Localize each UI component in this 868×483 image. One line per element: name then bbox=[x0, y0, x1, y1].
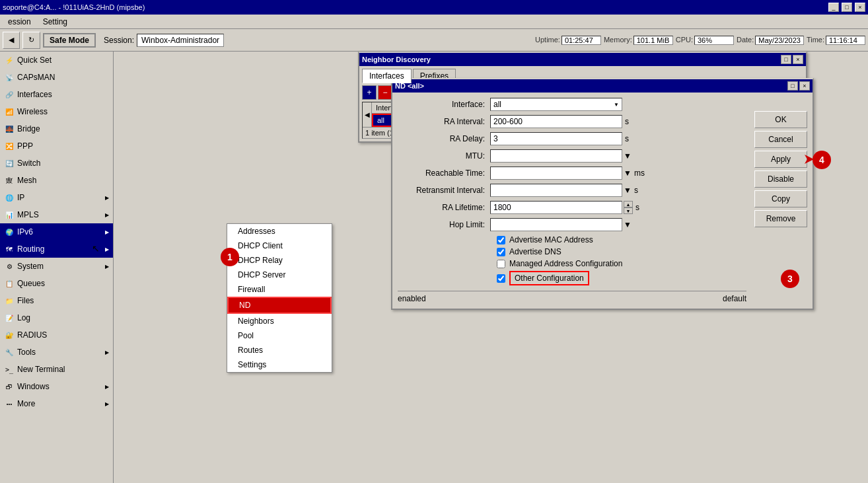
capsman-icon bbox=[4, 72, 15, 83]
sidebar-item-ppp[interactable]: PPP bbox=[0, 137, 113, 155]
ralifetime-down[interactable]: ▼ bbox=[624, 207, 633, 214]
submenu-settings[interactable]: Settings bbox=[227, 357, 332, 372]
sidebar-item-ip[interactable]: IP ▶ bbox=[0, 189, 113, 206]
uptime-value: 01:25:47 bbox=[561, 36, 601, 45]
submenu-dhcp-relay[interactable]: DHCP Relay bbox=[227, 253, 332, 268]
nd-cancel-btn[interactable]: Cancel bbox=[754, 131, 807, 148]
submenu-addresses[interactable]: Addresses bbox=[227, 224, 332, 239]
submenu-firewall[interactable]: Firewall bbox=[227, 282, 332, 297]
tab-interfaces[interactable]: Interfaces bbox=[362, 69, 412, 83]
sidebar-item-switch[interactable]: Switch bbox=[0, 155, 113, 172]
hoplimit-input[interactable] bbox=[490, 218, 622, 231]
toolbar: ◀ ↻ Safe Mode Session: Winbox-Administra… bbox=[0, 29, 868, 52]
sidebar-item-interfaces[interactable]: Interfaces bbox=[0, 86, 113, 103]
reachable-dropdown-arrow[interactable]: ▼ bbox=[624, 168, 632, 178]
sidebar-item-tools[interactable]: Tools ▶ bbox=[0, 344, 113, 361]
submenu-routes[interactable]: Routes bbox=[227, 343, 332, 357]
nd-dialog-title-bar[interactable]: ND <all> □ × bbox=[392, 79, 813, 93]
sidebar-item-mpls[interactable]: MPLS ▶ bbox=[0, 206, 113, 223]
refresh-button[interactable]: ↻ bbox=[22, 32, 40, 49]
time-label: Time: bbox=[807, 36, 824, 45]
checkbox-row-managed-addr: Managed Address Configuration bbox=[398, 259, 746, 268]
nd-ok-btn[interactable]: OK bbox=[754, 111, 807, 128]
ralifetime-up[interactable]: ▲ bbox=[624, 201, 633, 207]
log-icon bbox=[4, 313, 15, 323]
terminal-icon bbox=[4, 364, 15, 375]
maximize-button[interactable]: □ bbox=[842, 3, 852, 12]
submenu-neighbors[interactable]: Neighbors bbox=[227, 314, 332, 328]
nd-dialog-statusbar: enabled default bbox=[398, 291, 746, 303]
wireless-icon bbox=[4, 106, 15, 117]
nd-add-btn[interactable]: + bbox=[362, 85, 377, 100]
title-bar-controls[interactable]: _ □ × bbox=[828, 3, 865, 12]
radius-icon bbox=[4, 330, 15, 340]
sidebar-item-files[interactable]: Files bbox=[0, 292, 113, 309]
sidebar-item-capsman[interactable]: CAPsMAN bbox=[0, 69, 113, 86]
nd-dialog-controls[interactable]: □ × bbox=[787, 81, 810, 91]
mtu-input[interactable] bbox=[490, 149, 622, 163]
radelay-label: RA Delay: bbox=[398, 134, 490, 143]
sidebar-item-more[interactable]: More ▶ bbox=[0, 395, 113, 412]
advertise-mac-checkbox[interactable] bbox=[497, 236, 505, 244]
sidebar-item-mesh[interactable]: Mesh bbox=[0, 172, 113, 189]
sidebar-label-quickset: Quick Set bbox=[17, 56, 109, 65]
menu-setting[interactable]: Setting bbox=[38, 16, 73, 28]
nd-close-btn[interactable]: × bbox=[793, 55, 803, 64]
retransmit-dropdown-arrow[interactable]: ▼ bbox=[624, 186, 632, 195]
nd-window-title-bar[interactable]: Neighbor Discovery □ × bbox=[359, 53, 806, 66]
nd-remove-btn[interactable]: Remove bbox=[754, 210, 807, 227]
sidebar-item-quickset[interactable]: Quick Set bbox=[0, 52, 113, 69]
ralifetime-input[interactable] bbox=[490, 201, 622, 214]
sidebar-item-routing[interactable]: Routing ▶ ↖ bbox=[0, 241, 113, 258]
time-value: 11:16:14 bbox=[826, 36, 865, 45]
windows-icon bbox=[4, 381, 15, 392]
sidebar-label-bridge: Bridge bbox=[17, 124, 109, 133]
nd-minimize-btn[interactable]: □ bbox=[781, 55, 791, 64]
hoplimit-dropdown-arrow[interactable]: ▼ bbox=[624, 220, 632, 229]
title-bar-text: soporte@C4:A... - !011UiAS-2HnD (mipsbe) bbox=[3, 3, 145, 11]
interface-dropdown[interactable]: all ▼ bbox=[490, 98, 622, 111]
back-button[interactable]: ◀ bbox=[3, 32, 20, 49]
rainterval-input[interactable] bbox=[490, 115, 622, 128]
managed-addr-checkbox[interactable] bbox=[497, 260, 505, 268]
sidebar-item-bridge[interactable]: Bridge bbox=[0, 120, 113, 137]
sidebar-item-log[interactable]: Log bbox=[0, 309, 113, 326]
safe-mode-button[interactable]: Safe Mode bbox=[43, 33, 96, 48]
nd-window-controls[interactable]: □ × bbox=[781, 55, 803, 64]
nd-dialog-buttons: OK Cancel Apply 4 Disable Copy Remove bbox=[754, 111, 807, 227]
nd-dialog-close[interactable]: × bbox=[799, 81, 810, 91]
sidebar-label-mpls: MPLS bbox=[17, 210, 102, 219]
menu-session[interactable]: ession bbox=[3, 16, 36, 28]
sidebar-item-system[interactable]: System ▶ bbox=[0, 258, 113, 275]
close-button[interactable]: × bbox=[855, 3, 865, 12]
reachable-input[interactable] bbox=[490, 167, 622, 180]
ralifetime-arrows[interactable]: ▲ ▼ bbox=[624, 201, 633, 214]
submenu-dhcp-client[interactable]: DHCP Client bbox=[227, 239, 332, 253]
sidebar-item-windows[interactable]: Windows ▶ bbox=[0, 378, 113, 395]
session-value: Winbox-Administrador bbox=[137, 34, 224, 47]
advertise-dns-checkbox[interactable] bbox=[497, 248, 505, 256]
nd-scroll-left[interactable]: ◀ bbox=[363, 102, 372, 127]
sidebar-item-queues[interactable]: Queues bbox=[0, 275, 113, 292]
submenu-dhcp-server[interactable]: DHCP Server bbox=[227, 268, 332, 282]
minimize-button[interactable]: _ bbox=[828, 3, 839, 12]
retransmit-input[interactable] bbox=[490, 184, 622, 197]
submenu-pool[interactable]: Pool bbox=[227, 328, 332, 343]
nd-copy-btn[interactable]: Copy bbox=[754, 190, 807, 207]
nd-remove-btn[interactable]: − bbox=[378, 85, 392, 100]
files-icon bbox=[4, 295, 15, 306]
other-config-checkbox[interactable] bbox=[497, 274, 505, 283]
radelay-input[interactable] bbox=[490, 132, 622, 145]
submenu-nd[interactable]: ND bbox=[227, 297, 332, 314]
sidebar-item-radius[interactable]: RADIUS bbox=[0, 326, 113, 344]
interface-label: Interface: bbox=[398, 100, 490, 109]
nd-apply-btn[interactable]: Apply bbox=[754, 151, 807, 168]
nd-disable-btn[interactable]: Disable bbox=[754, 170, 807, 188]
nd-dialog-minimize[interactable]: □ bbox=[787, 81, 798, 91]
sidebar-item-ipv6[interactable]: IPv6 ▶ bbox=[0, 223, 113, 241]
sidebar-item-newterminal[interactable]: New Terminal bbox=[0, 361, 113, 378]
sidebar-item-wireless[interactable]: Wireless bbox=[0, 103, 113, 120]
ralifetime-label: RA Lifetime: bbox=[398, 203, 490, 212]
mtu-dropdown-arrow[interactable]: ▼ bbox=[624, 151, 632, 161]
nd-dialog-window: ND <all> □ × Interface: all ▼ bbox=[391, 78, 814, 310]
